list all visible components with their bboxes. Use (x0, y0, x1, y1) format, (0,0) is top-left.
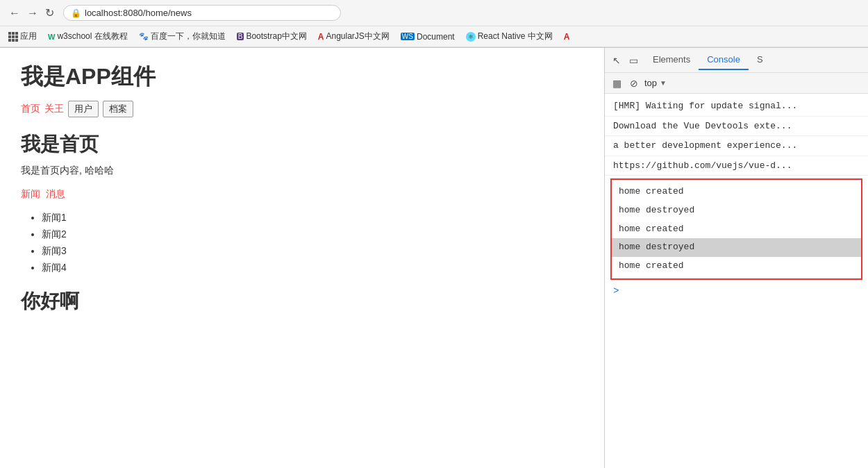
context-select[interactable]: top ▼ (644, 78, 667, 88)
console-log-home-created-3: home created (612, 257, 861, 276)
chevron-down-icon: ▼ (660, 79, 667, 87)
devtools-messages[interactable]: [HMR] Waiting for update signal... Downl… (605, 94, 868, 468)
console-log-home-created-1: home created (612, 183, 861, 201)
bookmark-document-label: Document (417, 32, 455, 42)
nav-link-about[interactable]: 关王 (44, 103, 64, 115)
bookmark-bootstrap[interactable]: B Bootstrap中文网 (234, 29, 310, 44)
sub-links: 新闻 消息 (21, 188, 583, 201)
url-text: localhost:8080/home/news (85, 8, 192, 18)
tab-sources[interactable]: S (749, 50, 771, 70)
devtools-tabs: Elements Console S (644, 50, 771, 70)
angular-icon: A (318, 32, 324, 42)
news-list: 新闻1 新闻2 新闻3 新闻4 (42, 212, 583, 274)
bookmark-extra[interactable]: A (561, 31, 573, 43)
bookmark-document[interactable]: WS Document (398, 31, 458, 43)
console-message: [HMR] Waiting for update signal... (605, 97, 868, 117)
lock-icon: 🔒 (71, 8, 81, 18)
address-bar[interactable]: 🔒 localhost:8080/home/news (63, 5, 341, 21)
footer-title: 你好啊 (21, 288, 583, 315)
reload-button[interactable]: ↻ (42, 5, 58, 21)
devtools-panel: ↖ ▭ Elements Console S ▦ ⊘ top ▼ [HMR] W… (604, 48, 868, 468)
extra-icon: A (564, 32, 570, 42)
bookmark-angular[interactable]: A AngularJS中文网 (315, 29, 392, 44)
webpage: 我是APP组件 首页 关王 用户 档案 我是首页 我是首页内容, 哈哈哈 新闻 … (0, 48, 604, 468)
console-log-home-destroyed-1: home destroyed (612, 201, 861, 220)
webpage-nav: 首页 关王 用户 档案 (21, 101, 583, 117)
tab-elements[interactable]: Elements (644, 50, 699, 70)
ws-icon: WS (401, 33, 415, 40)
console-message: https://github.com/vuejs/vue-d... (605, 156, 868, 176)
devtools-console-bar: ▦ ⊘ top ▼ (605, 73, 868, 94)
list-item: 新闻2 (42, 228, 583, 241)
console-message: Download the Vue Devtools exte... (605, 117, 868, 137)
nav-btn-user[interactable]: 用户 (68, 101, 99, 117)
context-label: top (644, 78, 657, 88)
list-item: 新闻4 (42, 262, 583, 274)
bookmark-reactnative-label: React Native 中文网 (478, 31, 553, 42)
block-icon[interactable]: ⊘ (628, 76, 640, 91)
console-message: a better development experience... (605, 136, 868, 156)
bookmark-apps[interactable]: 应用 (6, 29, 40, 44)
bookmark-reactnative[interactable]: ⚛ React Native 中文网 (463, 29, 556, 44)
main-area: 我是APP组件 首页 关王 用户 档案 我是首页 我是首页内容, 哈哈哈 新闻 … (0, 48, 868, 468)
nav-bar: ← → ↻ 🔒 localhost:8080/home/news (0, 0, 868, 26)
page-title: 我是首页 (21, 131, 583, 158)
devtools-toolbar: ↖ ▭ Elements Console S (605, 48, 868, 73)
page-content: 我是首页内容, 哈哈哈 (21, 165, 583, 177)
console-log-home-created-2: home created (612, 220, 861, 239)
sub-link-news[interactable]: 新闻 (21, 188, 40, 201)
app-title: 我是APP组件 (21, 62, 583, 92)
bookmark-bootstrap-label: Bootstrap中文网 (246, 31, 306, 42)
list-item: 新闻1 (42, 212, 583, 224)
console-prompt[interactable]: > (605, 283, 868, 299)
apps-icon (8, 32, 18, 42)
bookmark-baidu[interactable]: 🐾 百度一下，你就知道 (136, 29, 228, 44)
console-filter-icon[interactable]: ▦ (610, 76, 624, 91)
browser-chrome: ← → ↻ 🔒 localhost:8080/home/news 应用 W w3… (0, 0, 868, 48)
console-log-home-destroyed-2: home destroyed (612, 238, 861, 257)
tab-console[interactable]: Console (699, 50, 749, 70)
forward-button[interactable]: → (24, 6, 42, 21)
bookmark-angular-label: AngularJS中文网 (326, 31, 389, 42)
sub-link-messages[interactable]: 消息 (46, 188, 65, 201)
console-highlight-box: home created home destroyed home created… (610, 178, 862, 280)
device-icon[interactable]: ▭ (627, 53, 640, 68)
rn-icon: ⚛ (466, 32, 476, 42)
back-button[interactable]: ← (6, 6, 24, 21)
bookmark-apps-label: 应用 (20, 31, 37, 42)
bookmark-baidu-label: 百度一下，你就知道 (151, 31, 226, 42)
nav-btn-archive[interactable]: 档案 (103, 101, 133, 117)
list-item: 新闻3 (42, 245, 583, 258)
nav-link-home[interactable]: 首页 (21, 103, 40, 115)
bootstrap-icon: B (237, 33, 244, 40)
bookmarks-bar: 应用 W w3school 在线教程 🐾 百度一下，你就知道 B Bootstr… (0, 26, 868, 47)
bookmark-w3school[interactable]: W w3school 在线教程 (45, 29, 131, 44)
bookmark-w3school-label: w3school 在线教程 (57, 31, 127, 42)
baidu-icon: 🐾 (139, 32, 149, 41)
w3-icon: W (48, 33, 55, 41)
cursor-icon[interactable]: ↖ (610, 53, 623, 68)
